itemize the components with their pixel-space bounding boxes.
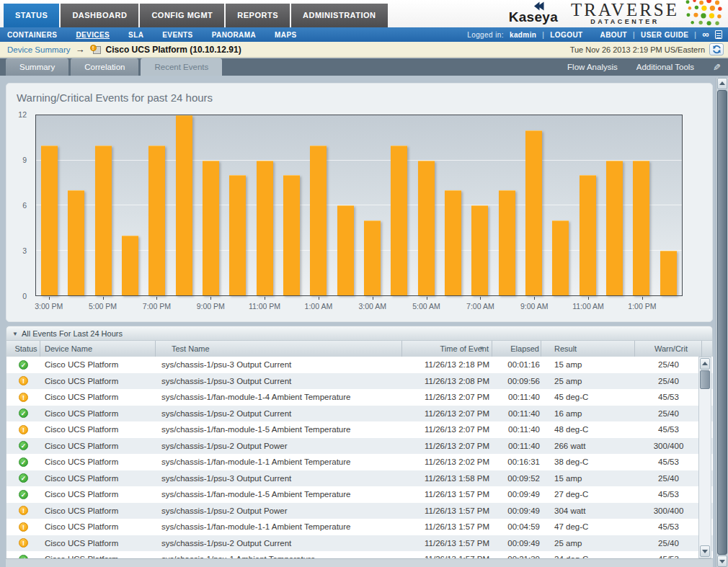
bar-hour-0[interactable]: [41, 146, 58, 295]
table-row[interactable]: ✓Cisco UCS Platformsys/chassis-1/fan-mod…: [6, 486, 713, 503]
bar-hour-9[interactable]: [283, 175, 300, 295]
subnav-item-devices[interactable]: DEVICES: [76, 31, 110, 39]
table-row[interactable]: !Cisco UCS Platformsys/chassis-1/psu-2 O…: [6, 503, 713, 519]
nav-tab-reports[interactable]: REPORTS: [226, 4, 290, 27]
nav-tab-config-mgmt[interactable]: CONFIG MGMT: [140, 4, 224, 27]
bar-slot: [413, 115, 440, 295]
refresh-button[interactable]: [709, 43, 724, 55]
status-ok-icon: ✓: [19, 360, 28, 370]
about-link[interactable]: ABOUT: [600, 31, 628, 39]
bar-hour-19[interactable]: [552, 220, 569, 295]
bar-hour-8[interactable]: [257, 161, 273, 296]
column-header-warn-crit[interactable]: Warn/Crit: [635, 341, 702, 357]
bar-hour-6[interactable]: [203, 161, 219, 296]
tab-correlation[interactable]: Correlation: [71, 58, 138, 76]
bar-hour-20[interactable]: [580, 175, 596, 295]
bar-hour-4[interactable]: [148, 146, 165, 295]
warn-crit-cell: 25/40: [635, 539, 702, 548]
bar-slot: [278, 115, 305, 295]
bar-hour-5[interactable]: [176, 115, 192, 295]
tab-recent-events[interactable]: Recent Events: [141, 58, 222, 76]
test-name-cell: sys/chassis-1/psu-3 Output Current: [156, 377, 402, 385]
chart-y-axis: 036912: [6, 115, 31, 296]
nav-tab-administration[interactable]: ADMINISTRATION: [291, 4, 388, 27]
column-header-device-name[interactable]: Device Name: [40, 341, 156, 357]
table-scroll-up-button[interactable]: [700, 358, 710, 370]
bar-hour-3[interactable]: [122, 236, 138, 295]
content-area: Warning/Critical Events for past 24 hour…: [0, 76, 728, 567]
page-scroll-down-button[interactable]: [717, 555, 727, 567]
edit-pencil-icon[interactable]: ✎: [713, 62, 721, 73]
device-name-cell: Cisco UCS Platform: [40, 474, 156, 483]
table-scrollbar[interactable]: [698, 357, 711, 558]
bar-hour-7[interactable]: [229, 175, 246, 295]
subnav-item-sla[interactable]: SLA: [128, 31, 143, 39]
table-row[interactable]: !Cisco UCS Platformsys/chassis-1/fan-mod…: [6, 389, 713, 406]
table-row[interactable]: !Cisco UCS Platformsys/chassis-1/psu-3 O…: [6, 373, 713, 390]
column-header-result[interactable]: Result: [541, 341, 635, 357]
page-scroll-thumb[interactable]: [717, 90, 727, 555]
column-header-time-of-event[interactable]: Time of Event▼: [402, 341, 492, 357]
table-row[interactable]: ✓Cisco UCS Platformsys/chassis-1/fan-mod…: [6, 454, 713, 470]
bar-hour-12[interactable]: [364, 220, 381, 295]
sort-descending-icon[interactable]: ▼: [479, 341, 484, 357]
table-row[interactable]: ✓Cisco UCS Platformsys/chassis-1/psu-3 O…: [6, 357, 713, 373]
bar-hour-11[interactable]: [337, 205, 354, 295]
table-row[interactable]: !Cisco UCS Platformsys/chassis-1/psu-2 O…: [6, 535, 713, 552]
bar-hour-15[interactable]: [445, 190, 461, 295]
events-panel-header[interactable]: ▼All Events For Last 24 Hours: [6, 326, 713, 341]
bar-hour-22[interactable]: [633, 161, 649, 296]
bar-hour-14[interactable]: [418, 161, 435, 296]
bar-hour-13[interactable]: [391, 146, 407, 295]
bar-hour-10[interactable]: [310, 146, 327, 295]
page-scrollbar[interactable]: [716, 78, 728, 567]
subnav-item-events[interactable]: EVENTS: [162, 31, 192, 39]
table-row[interactable]: ✓Cisco UCS Platformsys/chassis-1/psu-2 O…: [6, 406, 713, 422]
bar-hour-2[interactable]: [95, 146, 112, 295]
bar-hour-16[interactable]: [471, 205, 488, 295]
subnav-item-containers[interactable]: CONTAINERS: [7, 31, 57, 39]
flow-analysis-link[interactable]: Flow Analysis: [567, 63, 618, 71]
logout-link[interactable]: LOGOUT: [550, 31, 582, 39]
column-header-test-name[interactable]: Test Name: [156, 341, 402, 357]
subnav-item-maps[interactable]: MAPS: [275, 31, 297, 39]
status-cell: ✓: [6, 360, 40, 370]
table-row[interactable]: ✓Cisco UCS Platformsys/chassis-1/psu-1 A…: [6, 551, 713, 558]
document-icon[interactable]: [715, 30, 722, 39]
status-warning-icon: !: [19, 506, 28, 515]
table-scroll-thumb[interactable]: [700, 370, 710, 389]
status-cell: ✓: [6, 408, 40, 418]
status-cell: ✓: [6, 473, 40, 483]
nav-tab-dashboard[interactable]: DASHBOARD: [61, 4, 138, 27]
result-cell: 24 deg-C: [541, 555, 635, 558]
bar-hour-1[interactable]: [68, 190, 84, 295]
table-row[interactable]: !Cisco UCS Platformsys/chassis-1/fan-mod…: [6, 519, 713, 535]
column-header-status[interactable]: Status: [6, 341, 40, 357]
nav-tab-status[interactable]: STATUS: [4, 4, 59, 27]
subnav-item-panorama[interactable]: PANORAMA: [212, 31, 256, 39]
bar-slot: [359, 115, 386, 295]
bar-slot: [117, 115, 143, 295]
bar-hour-23[interactable]: [660, 251, 677, 296]
page-tab-bar: SummaryCorrelationRecent Events Flow Ana…: [0, 58, 728, 76]
bar-hour-21[interactable]: [606, 161, 623, 296]
y-tick-label: 0: [22, 292, 27, 300]
additional-tools-link[interactable]: Additional Tools: [636, 63, 694, 71]
breadcrumb-device-summary-link[interactable]: Device Summary: [7, 45, 71, 54]
table-row[interactable]: !Cisco UCS Platformsys/chassis-1/fan-mod…: [6, 421, 713, 438]
user-guide-link[interactable]: USER GUIDE: [641, 31, 688, 39]
device-name-cell: Cisco UCS Platform: [40, 442, 156, 450]
table-row[interactable]: ✓Cisco UCS Platformsys/chassis-1/psu-2 O…: [6, 438, 713, 455]
status-cell: ✓: [6, 490, 40, 499]
tab-summary[interactable]: Summary: [6, 58, 68, 76]
column-header-elapsed-time[interactable]: Elapsed Time: [492, 341, 541, 357]
table-scroll-down-button[interactable]: [700, 545, 710, 557]
table-row[interactable]: ✓Cisco UCS Platformsys/chassis-1/psu-3 O…: [6, 470, 713, 487]
page-scroll-up-button[interactable]: [717, 78, 727, 89]
bar-hour-18[interactable]: [525, 130, 542, 295]
bar-hour-17[interactable]: [499, 190, 515, 295]
logged-in-label: Logged in:: [467, 31, 504, 39]
x-tick-label: 1:00 PM: [628, 302, 656, 311]
x-tick-label: 5:00 AM: [412, 302, 440, 311]
link-chain-icon[interactable]: ∞: [702, 31, 709, 38]
